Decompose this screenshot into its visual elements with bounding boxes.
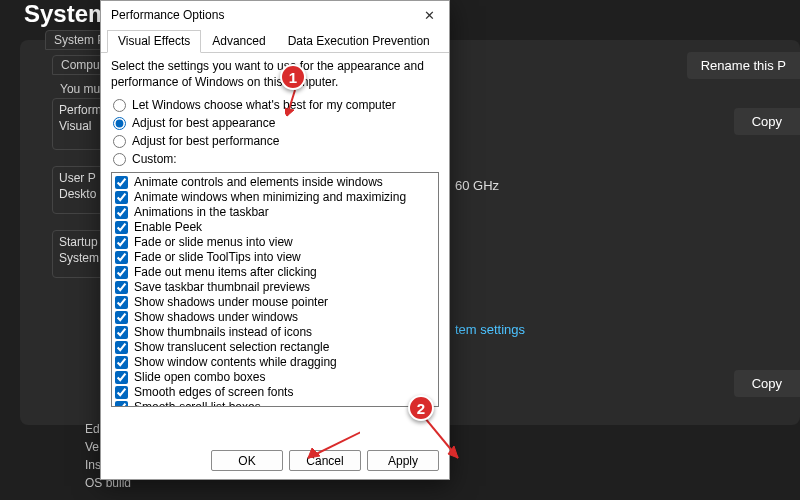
radio-custom[interactable]: Custom:: [113, 150, 439, 168]
effect-checkbox[interactable]: [115, 236, 128, 249]
annotation-marker-1: 1: [280, 64, 306, 90]
effect-checkbox[interactable]: [115, 191, 128, 204]
effect-checkbox[interactable]: [115, 356, 128, 369]
effect-checkbox[interactable]: [115, 296, 128, 309]
effect-checkbox-row[interactable]: Slide open combo boxes: [115, 370, 435, 385]
radio-input[interactable]: [113, 117, 126, 130]
page-title: System: [24, 0, 109, 28]
dialog-tabs: Visual Effects Advanced Data Execution P…: [101, 27, 449, 53]
effect-label: Animations in the taskbar: [134, 205, 269, 220]
annotation-arrow-icon: [285, 88, 315, 128]
effect-label: Enable Peek: [134, 220, 202, 235]
bg-group-line: Deskto: [59, 187, 96, 201]
effect-checkbox[interactable]: [115, 311, 128, 324]
effect-checkbox[interactable]: [115, 326, 128, 339]
tab-dep[interactable]: Data Execution Prevention: [277, 30, 441, 53]
annotation-arrow-icon: [300, 418, 360, 468]
ok-button[interactable]: OK: [211, 450, 283, 471]
effect-label: Show window contents while dragging: [134, 355, 337, 370]
effect-checkbox-row[interactable]: Show translucent selection rectangle: [115, 340, 435, 355]
effect-label: Show shadows under windows: [134, 310, 298, 325]
effect-label: Save taskbar thumbnail previews: [134, 280, 310, 295]
effect-checkbox-row[interactable]: Smooth edges of screen fonts: [115, 385, 435, 400]
radio-let-windows-choose[interactable]: Let Windows choose what's best for my co…: [113, 96, 439, 114]
annotation-marker-2: 2: [408, 395, 434, 421]
radio-label: Custom:: [132, 152, 177, 166]
radio-label: Adjust for best appearance: [132, 116, 275, 130]
effect-checkbox-row[interactable]: Show window contents while dragging: [115, 355, 435, 370]
radio-label: Adjust for best performance: [132, 134, 279, 148]
effect-label: Show translucent selection rectangle: [134, 340, 329, 355]
effect-label: Fade out menu items after clicking: [134, 265, 317, 280]
annotation-arrow-icon: [418, 418, 478, 468]
effect-checkbox-row[interactable]: Show shadows under windows: [115, 310, 435, 325]
radio-group: Let Windows choose what's best for my co…: [113, 96, 439, 168]
effect-checkbox-row[interactable]: Smooth-scroll list boxes: [115, 400, 435, 407]
dialog-titlebar: Performance Options ✕: [101, 1, 449, 27]
copy-button[interactable]: Copy: [734, 370, 800, 397]
dialog-intro-text: Select the settings you want to use for …: [111, 59, 439, 90]
effect-checkbox[interactable]: [115, 266, 128, 279]
effect-checkbox[interactable]: [115, 371, 128, 384]
tab-visual-effects[interactable]: Visual Effects: [107, 30, 201, 53]
effect-checkbox[interactable]: [115, 386, 128, 399]
bg-group-line: Startup: [59, 235, 98, 249]
effect-checkbox-row[interactable]: Show shadows under mouse pointer: [115, 295, 435, 310]
radio-input[interactable]: [113, 153, 126, 166]
dialog-title: Performance Options: [111, 8, 224, 22]
copy-button[interactable]: Copy: [734, 108, 800, 135]
radio-best-performance[interactable]: Adjust for best performance: [113, 132, 439, 150]
effect-checkbox-row[interactable]: Animate windows when minimizing and maxi…: [115, 190, 435, 205]
effect-label: Smooth edges of screen fonts: [134, 385, 293, 400]
effect-checkbox[interactable]: [115, 341, 128, 354]
bg-group-line: Perform: [59, 103, 102, 117]
effect-label: Fade or slide ToolTips into view: [134, 250, 301, 265]
dialog-body: Select the settings you want to use for …: [101, 53, 449, 411]
bg-group-line: System: [59, 251, 99, 265]
performance-options-dialog: Performance Options ✕ Visual Effects Adv…: [100, 0, 450, 480]
effect-label: Show shadows under mouse pointer: [134, 295, 328, 310]
effect-checkbox-row[interactable]: Show thumbnails instead of icons: [115, 325, 435, 340]
radio-input[interactable]: [113, 99, 126, 112]
effect-checkbox[interactable]: [115, 401, 128, 407]
effect-label: Animate windows when minimizing and maxi…: [134, 190, 406, 205]
restart-notice: You mu: [60, 82, 100, 96]
radio-input[interactable]: [113, 135, 126, 148]
effect-checkbox[interactable]: [115, 281, 128, 294]
bg-group-line: Visual: [59, 119, 91, 133]
close-icon[interactable]: ✕: [417, 5, 441, 25]
effect-label: Smooth-scroll list boxes: [134, 400, 261, 407]
radio-label: Let Windows choose what's best for my co…: [132, 98, 396, 112]
spec-value: 60 GHz: [455, 178, 499, 193]
tab-advanced[interactable]: Advanced: [201, 30, 276, 53]
effect-checkbox[interactable]: [115, 206, 128, 219]
effect-checkbox-row[interactable]: Fade or slide ToolTips into view: [115, 250, 435, 265]
effect-checkbox-row[interactable]: Animate controls and elements inside win…: [115, 175, 435, 190]
effect-checkbox[interactable]: [115, 176, 128, 189]
effect-checkbox-row[interactable]: Fade or slide menus into view: [115, 235, 435, 250]
effect-label: Slide open combo boxes: [134, 370, 265, 385]
effect-checkbox-row[interactable]: Save taskbar thumbnail previews: [115, 280, 435, 295]
radio-best-appearance[interactable]: Adjust for best appearance: [113, 114, 439, 132]
effect-label: Animate controls and elements inside win…: [134, 175, 383, 190]
advanced-system-settings-link[interactable]: tem settings: [455, 322, 525, 337]
effect-checkbox[interactable]: [115, 251, 128, 264]
effect-checkbox-row[interactable]: Enable Peek: [115, 220, 435, 235]
effect-checkbox[interactable]: [115, 221, 128, 234]
bg-group-line: User P: [59, 171, 96, 185]
effect-label: Show thumbnails instead of icons: [134, 325, 312, 340]
svg-marker-1: [285, 108, 294, 116]
effect-label: Fade or slide menus into view: [134, 235, 293, 250]
effect-checkbox-row[interactable]: Animations in the taskbar: [115, 205, 435, 220]
effect-checkbox-row[interactable]: Fade out menu items after clicking: [115, 265, 435, 280]
effects-listbox[interactable]: Animate controls and elements inside win…: [111, 172, 439, 407]
rename-pc-button[interactable]: Rename this P: [687, 52, 800, 79]
